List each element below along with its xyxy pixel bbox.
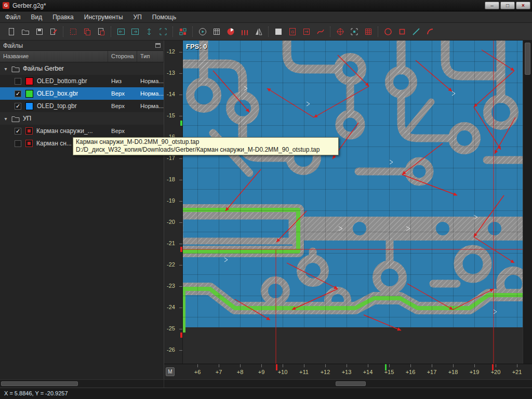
column-headers: Название Сторона Тип [0,51,164,62]
pcb-canvas[interactable]: FPS: 0 [183,41,523,364]
application-window: G Gerber.g2g* – □ × ФайлВидПравкаИнструм… [0,0,532,399]
visibility-checkbox[interactable] [15,90,21,97]
main-toolbar: G [0,23,532,41]
column-header-type[interactable]: Тип [137,51,164,62]
panel-title: Файлы [0,41,164,51]
ruler-x-label: +18 [448,369,458,375]
ruler-tick [325,364,326,367]
align-right-button[interactable] [128,24,142,38]
ruler-tick [474,364,475,367]
ruler-x-label: +6 [194,369,201,375]
align-expand-button[interactable] [142,24,156,38]
menu-item[interactable]: Файл [0,11,26,23]
visibility-checkbox[interactable] [15,103,21,110]
ruler-tick [179,244,182,244]
menu-item[interactable]: Вид [26,11,48,23]
fit-view-button[interactable] [347,24,361,38]
file-side: Верх [108,128,137,134]
align-fit-button[interactable] [156,24,170,38]
mirror-board-icon [254,27,263,36]
file-row-oled-bottom[interactable]: OLED_bottom.gbr Низ Норма... [0,75,164,87]
horizontal-scrollbar-thumb[interactable] [336,381,366,386]
column-header-side[interactable]: Сторона [108,51,137,62]
file-row-oled-top[interactable]: OLED_top.gbr Верх Норма... [0,100,164,112]
menu-item[interactable]: Инструменты [79,11,128,23]
ruler-y-label: -25 [167,325,175,331]
ruler-tick [496,364,496,367]
copy-layer-button[interactable] [80,24,94,38]
ruler-marker [180,247,182,252]
mill-tool-button[interactable] [237,24,251,38]
board-outline-button[interactable] [271,24,285,38]
menu-item[interactable]: Правка [47,11,79,23]
ruler-marker [276,364,277,370]
edit-file-button[interactable] [46,24,60,38]
column-header-name[interactable]: Название [0,51,108,62]
file-row-karman-1[interactable]: Карман снаружи_... Верх [0,125,164,137]
drill-map-button[interactable] [223,24,237,38]
open-project-button[interactable] [18,24,32,38]
title-bar[interactable]: G Gerber.g2g* – □ × [0,0,532,11]
ruler-tick [179,201,182,202]
toolbar-separator [63,26,63,37]
arc-tool-button[interactable] [423,24,437,38]
align-left-icon [116,27,126,36]
panel-scrollbar[interactable] [0,379,164,388]
ruler-y-label: -21 [167,240,175,246]
merge-layers-button[interactable] [176,24,190,38]
ruler-y-label: -15 [167,112,175,118]
tree-group-gerber[interactable]: ▾ Файлы Gerber [0,62,164,75]
pcb-render [183,41,523,364]
visibility-checkbox[interactable] [15,78,21,85]
close-button[interactable]: × [516,2,530,9]
menu-item[interactable]: УП [128,11,147,23]
horizontal-scrollbar[interactable] [164,379,532,388]
center-origin-button[interactable] [333,24,347,38]
vertical-scrollbar[interactable] [523,41,532,364]
paste-layer-icon [97,27,106,36]
fps-counter: FPS: 0 [186,43,207,50]
vertical-scrollbar-thumb[interactable] [525,43,530,75]
tree-group-up[interactable]: ▾ УП [0,112,164,125]
gcode-file-button[interactable]: G [285,24,299,38]
circle-tool-button[interactable] [381,24,395,38]
align-expand-icon [144,27,154,36]
file-row-oled-box[interactable]: OLED_box.gbr Верх Норма... [0,87,164,100]
align-left-button[interactable] [114,24,128,38]
chevron-down-icon[interactable]: ▾ [2,66,9,72]
select-region-button[interactable] [66,24,80,38]
panel-dock-icon[interactable] [155,43,161,48]
toolbar-separator [268,26,269,37]
file-type: Норма... [137,103,164,109]
tooltip: Карман снаружи_M-D0.2MM_90_otstup.tap D:… [73,137,339,155]
ruler-tick [197,364,198,367]
ruler-tick [179,222,182,223]
new-file-button[interactable] [4,24,18,38]
panel-scrollbar-thumb[interactable] [1,381,78,386]
paste-layer-button[interactable] [94,24,108,38]
ruler-y-label: -12 [167,48,175,55]
mirror-board-button[interactable] [251,24,265,38]
ruler-x-label: +7 [216,369,222,375]
toolpath-table-button[interactable] [209,24,223,38]
export-gcode-button[interactable] [299,24,313,38]
minimize-button[interactable]: – [485,2,499,9]
save-project-button[interactable] [32,24,46,38]
menu-item[interactable]: Помощь [147,11,181,23]
ruler-m-button[interactable]: M [166,367,175,376]
visibility-checkbox[interactable] [15,128,21,135]
ruler-x-label: +10 [278,369,288,375]
rectangle-tool-button[interactable] [395,24,409,38]
spline-tool-button[interactable] [313,24,327,38]
file-name: Карман снаружи_... [36,127,93,135]
maximize-button[interactable]: □ [500,2,515,9]
visibility-checkbox[interactable] [15,140,21,147]
chevron-down-icon[interactable]: ▾ [2,116,9,122]
ruler-tick [179,265,182,265]
line-tool-button[interactable] [409,24,423,38]
ruler-tick [179,286,182,287]
run-simulation-button[interactable] [195,24,209,38]
align-fit-icon [158,27,168,36]
grid-settings-button[interactable] [361,24,375,38]
save-project-icon [35,27,44,36]
